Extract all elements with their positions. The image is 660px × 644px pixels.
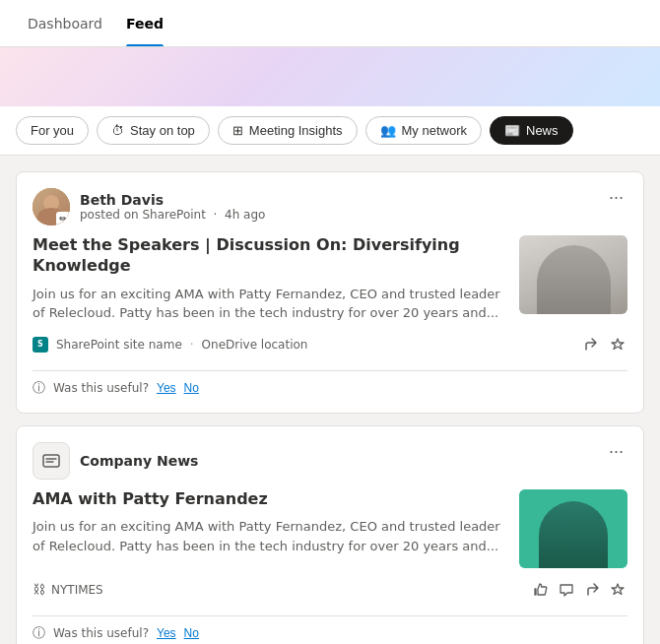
tab-news[interactable]: 📰 News bbox=[490, 116, 573, 145]
author-name-1: Beth Davis bbox=[80, 192, 265, 208]
feed-area: ✏ Beth Davis posted on SharePoint · 4h a… bbox=[0, 156, 660, 644]
sharepoint-logo: S bbox=[33, 337, 48, 353]
help-icon-1: ⓘ bbox=[33, 379, 45, 397]
my-network-icon: 👥 bbox=[380, 123, 396, 138]
card-1-body: Meet the Speakers | Discussion On: Diver… bbox=[33, 235, 627, 323]
card-2-image bbox=[519, 489, 627, 568]
card-1: ✏ Beth Davis posted on SharePoint · 4h a… bbox=[16, 171, 644, 414]
svg-rect-0 bbox=[43, 455, 59, 467]
star-button-1[interactable] bbox=[608, 335, 627, 354]
tab-meeting-insights[interactable]: ⊞ Meeting Insights bbox=[218, 116, 358, 145]
banner bbox=[0, 47, 660, 106]
feedback-row-1: ⓘ Was this useful? Yes No bbox=[33, 379, 627, 397]
tabs-container: For you ⏱ Stay on top ⊞ Meeting Insights… bbox=[0, 106, 660, 156]
card-1-footer: S SharePoint site name · OneDrive locati… bbox=[33, 335, 627, 397]
stay-on-top-icon: ⏱ bbox=[111, 123, 124, 138]
card-2: Company News ··· AMA with Patty Fernande… bbox=[16, 425, 644, 644]
card-1-description: Join us for an exciting AMA with Patty F… bbox=[33, 285, 507, 323]
nav-feed[interactable]: Feed bbox=[114, 0, 175, 46]
star-button-2[interactable] bbox=[608, 580, 627, 600]
card-2-body: AMA with Patty Fernandez Join us for an … bbox=[33, 489, 627, 568]
meeting-insights-icon: ⊞ bbox=[232, 123, 243, 138]
more-button-1[interactable]: ··· bbox=[605, 188, 627, 206]
card-2-footer: ⛓ NYTIMES bbox=[33, 580, 627, 642]
no-button-2[interactable]: No bbox=[184, 626, 199, 640]
more-button-2[interactable]: ··· bbox=[605, 442, 627, 460]
avatar-beth-davis: ✏ bbox=[33, 188, 70, 225]
card-2-description: Join us for an exciting AMA with Patty F… bbox=[33, 517, 507, 555]
card-2-header: Company News ··· bbox=[33, 442, 627, 480]
tab-for-you-label: For you bbox=[31, 123, 74, 138]
help-icon-2: ⓘ bbox=[33, 624, 45, 642]
yes-button-1[interactable]: Yes bbox=[157, 381, 176, 395]
tab-meeting-insights-label: Meeting Insights bbox=[249, 123, 343, 138]
no-button-1[interactable]: No bbox=[184, 381, 199, 395]
link-icon: ⛓ bbox=[33, 582, 45, 597]
share-button-1[interactable] bbox=[580, 335, 600, 354]
card-1-image bbox=[519, 235, 627, 314]
comment-button-2[interactable] bbox=[557, 580, 576, 600]
tab-stay-on-top-label: Stay on top bbox=[130, 123, 195, 138]
tab-news-label: News bbox=[526, 123, 559, 138]
tab-my-network[interactable]: 👥 My network bbox=[365, 116, 482, 145]
share-button-2[interactable] bbox=[582, 580, 602, 600]
tab-for-you[interactable]: For you bbox=[16, 116, 89, 145]
edit-badge: ✏ bbox=[56, 212, 70, 225]
author-meta-1: posted on SharePoint · 4h ago bbox=[80, 208, 265, 222]
card-2-meta: ⛓ NYTIMES bbox=[33, 580, 627, 600]
card-1-meta: S SharePoint site name · OneDrive locati… bbox=[33, 335, 627, 354]
card-1-header: ✏ Beth Davis posted on SharePoint · 4h a… bbox=[33, 188, 627, 225]
tab-my-network-label: My network bbox=[402, 123, 467, 138]
like-button-2[interactable] bbox=[531, 580, 551, 600]
top-nav: Dashboard Feed bbox=[0, 0, 660, 47]
card-1-title: Meet the Speakers | Discussion On: Diver… bbox=[33, 235, 507, 277]
nav-dashboard[interactable]: Dashboard bbox=[16, 0, 114, 46]
divider-2 bbox=[33, 615, 627, 616]
news-icon: 📰 bbox=[504, 123, 520, 138]
card-2-title: AMA with Patty Fernandez bbox=[33, 489, 507, 510]
yes-button-2[interactable]: Yes bbox=[157, 626, 176, 640]
feedback-row-2: ⓘ Was this useful? Yes No bbox=[33, 624, 627, 642]
divider-1 bbox=[33, 370, 627, 371]
author-name-2: Company News bbox=[80, 453, 198, 469]
tab-stay-on-top[interactable]: ⏱ Stay on top bbox=[97, 116, 210, 145]
avatar-company-news bbox=[33, 442, 70, 480]
